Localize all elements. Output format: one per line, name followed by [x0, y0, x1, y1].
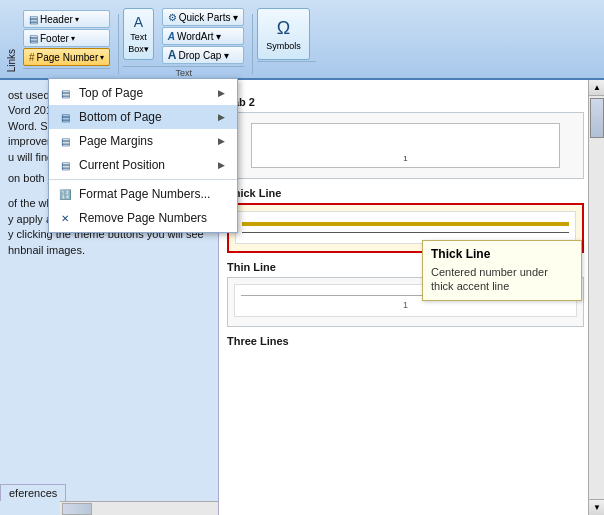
footer-button[interactable]: ▤ Footer ▾ — [23, 29, 110, 47]
scrollbar-thumb[interactable] — [62, 503, 92, 515]
menu-item-bottom-of-page[interactable]: ▤ Bottom of Page ▶ — [49, 105, 237, 129]
page-number-dropdown: ▤ Top of Page ▶ ▤ Bottom of Page ▶ ▤ Pag… — [48, 78, 238, 233]
bottom-of-page-icon: ▤ — [57, 109, 73, 125]
text-box-button[interactable]: A Text Box▾ — [123, 8, 154, 60]
remove-icon: ✕ — [57, 210, 73, 226]
thin-page-number: 1 — [241, 300, 570, 310]
tooltip: Thick Line Centered number under thick a… — [422, 240, 582, 301]
scrollbar-down-button[interactable]: ▼ — [589, 499, 604, 515]
submenu-arrow-3: ▶ — [218, 160, 225, 170]
tooltip-description: Centered number under thick accent line — [431, 265, 573, 294]
tooltip-title: Thick Line — [431, 247, 573, 261]
top-of-page-icon: ▤ — [57, 85, 73, 101]
symbols-button[interactable]: Ω Symbols — [257, 8, 310, 60]
gallery-area: Tab 2 1 Thick Line Thi — [218, 80, 604, 515]
three-lines-label: Three Lines — [227, 335, 584, 347]
menu-item-top-of-page[interactable]: ▤ Top of Page ▶ — [49, 81, 237, 105]
page-number-button[interactable]: # Page Number ▾ — [23, 48, 110, 66]
text-group-label: Text — [123, 66, 244, 78]
menu-item-remove-page-numbers[interactable]: ✕ Remove Page Numbers — [49, 206, 237, 230]
header-button[interactable]: ▤ Header ▾ — [23, 10, 110, 28]
tab2-label: Tab 2 — [227, 96, 584, 108]
current-position-icon: ▤ — [57, 157, 73, 173]
symbols-group-label — [257, 61, 316, 63]
submenu-arrow-1: ▶ — [218, 112, 225, 122]
submenu-arrow-2: ▶ — [218, 136, 225, 146]
tab2-page: 1 — [251, 123, 560, 168]
wordart-button[interactable]: A WordArt ▾ — [162, 27, 244, 45]
quick-parts-button[interactable]: ⚙ Quick Parts ▾ — [162, 8, 244, 26]
tab2-item[interactable]: 1 — [227, 112, 584, 179]
horizontal-scrollbar[interactable] — [60, 501, 218, 515]
header-footer-group-label — [23, 68, 110, 70]
thin-separator-line — [242, 232, 569, 233]
gallery-inner: Tab 2 1 Thick Line Thi — [219, 80, 604, 359]
drop-cap-button[interactable]: A Drop Cap ▾ — [162, 46, 244, 64]
menu-separator — [49, 179, 237, 180]
thick-line-label: Thick Line — [227, 187, 584, 199]
scrollbar-up-button[interactable]: ▲ — [589, 80, 604, 96]
menu-item-current-position[interactable]: ▤ Current Position ▶ — [49, 153, 237, 177]
ribbon-divider-1 — [118, 14, 119, 74]
tab2-page-number: 1 — [403, 154, 407, 163]
ribbon: Links ▤ Header ▾ ▤ Footer ▾ # Page Numbe… — [0, 0, 604, 80]
submenu-arrow-0: ▶ — [218, 88, 225, 98]
scrollbar-track[interactable] — [589, 98, 604, 138]
scrollbar-thumb-vertical[interactable] — [590, 98, 604, 138]
format-icon: 🔢 — [57, 186, 73, 202]
ribbon-divider-2 — [252, 14, 253, 74]
menu-item-format-page-numbers[interactable]: 🔢 Format Page Numbers... — [49, 182, 237, 206]
references-tab[interactable]: eferences — [0, 484, 66, 501]
tab2-section: Tab 2 1 — [227, 96, 584, 179]
page-margins-icon: ▤ — [57, 133, 73, 149]
links-group-label: Links — [4, 47, 19, 74]
three-lines-section: Three Lines — [227, 335, 584, 347]
gallery-scrollbar[interactable]: ▲ ▼ — [588, 80, 604, 515]
thick-accent-line — [242, 222, 569, 226]
menu-item-page-margins[interactable]: ▤ Page Margins ▶ — [49, 129, 237, 153]
